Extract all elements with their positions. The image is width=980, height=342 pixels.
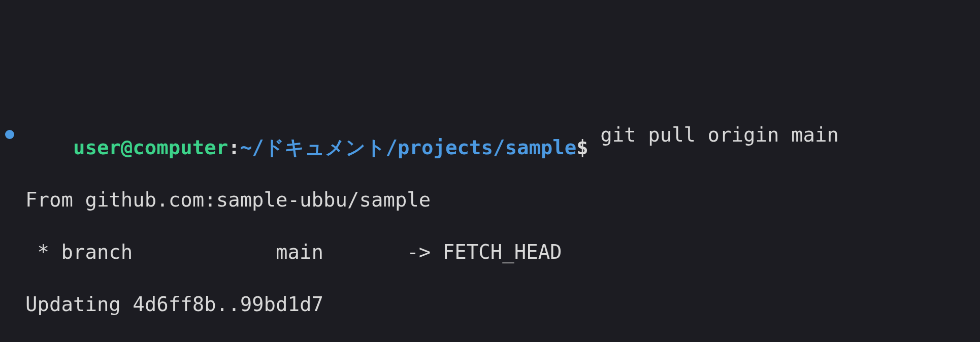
bullet-filled-icon <box>5 130 14 139</box>
command-text[interactable]: git pull origin main <box>589 122 839 148</box>
prompt-dollar: $ <box>576 136 588 159</box>
prompt-user: user <box>73 136 121 159</box>
prompt-colon: : <box>228 136 240 159</box>
output-line-2: * branch main -> FETCH_HEAD <box>4 239 974 265</box>
prompt-host: computer <box>133 136 228 159</box>
prompt-at: @ <box>121 136 133 159</box>
output-line-1: From github.com:sample-ubbu/sample <box>4 187 974 213</box>
prompt-path: ~/ドキュメント/projects/sample <box>240 136 577 159</box>
output-text: From github.com:sample-ubbu/sample <box>25 187 431 213</box>
output-text: Updating 4d6ff8b..99bd1d7 <box>25 291 323 317</box>
output-line-3: Updating 4d6ff8b..99bd1d7 <box>4 291 974 317</box>
prompt-line-1: user@computer:~/ドキュメント/projects/sample$ … <box>4 109 974 161</box>
output-text: * branch main -> FETCH_HEAD <box>25 239 562 265</box>
